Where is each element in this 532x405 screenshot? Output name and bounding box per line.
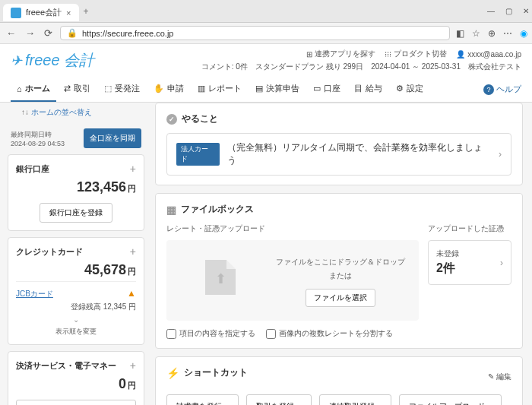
todo-title: やること	[182, 112, 218, 125]
browser-tab-bar: freee会計 × + — ▢ ✕	[0, 0, 532, 23]
select-file-button[interactable]: ファイルを選択	[306, 289, 375, 307]
hand-icon: ✋	[154, 84, 164, 93]
upload-file-icon: ⬆	[205, 260, 236, 295]
check-icon: ✓	[166, 114, 177, 125]
filebox-subtitle: レシート・証憑アップロード	[166, 223, 419, 234]
browser-address-bar: ← → ⟳ 🔒 https://secure.freee.co.jp ◧ ☆ ⊕…	[0, 23, 532, 44]
todo-banner[interactable]: 法人カード （完全無料）リアルタイム同期で、会計業務を効率化しましょう ›	[166, 133, 511, 176]
banner-badge: 法人カード	[176, 143, 220, 166]
unregistered-count: 2件	[436, 261, 459, 277]
drag-text: ファイルをここにドラッグ＆ドロップ	[276, 257, 405, 267]
bank-amount: 123,456	[77, 179, 126, 195]
nav-tax[interactable]: ▤決算申告	[249, 77, 306, 102]
emoney-amount: 0	[119, 376, 126, 391]
uploaded-title: アップロードした証憑	[428, 223, 511, 234]
banner-text: （完全無料）リアルタイム同期で、会計業務を効率化しましょう	[227, 141, 491, 167]
money-icon: 目	[354, 83, 363, 94]
shortcut-continuous[interactable]: 連続取引登録 ›	[319, 394, 391, 405]
credit-card-card: クレジットカード + 45,678円 JCBカード ▲ 登録残高 12,345 …	[8, 237, 144, 345]
filebox-title: ファイルボックス	[181, 203, 254, 216]
expand-icon[interactable]: ⌄	[16, 315, 136, 324]
bank-register-button[interactable]: 銀行口座を登録	[40, 203, 112, 223]
breadcrumb-link[interactable]: ホームの並べ替え	[31, 108, 92, 116]
swap-icon: ⇄	[64, 84, 71, 93]
filebox-panel: ▦ファイルボックス レシート・証憑アップロード ⬆ ファイルをここにドラッグ＆ド…	[155, 193, 523, 349]
shortcut-invoice[interactable]: 請求書を発行 ›	[166, 394, 239, 405]
tab-title: freee会計	[26, 7, 62, 18]
cc-amount: 45,678	[84, 262, 126, 277]
sync-all-button[interactable]: 全口座を同期	[84, 128, 141, 148]
shortcuts-title: ショートカット	[184, 366, 248, 379]
favorites-icon[interactable]: ☆	[472, 28, 480, 39]
nav-transactions[interactable]: ⇄取引	[58, 77, 97, 102]
shortcut-transaction[interactable]: 取引を登録 ›	[246, 394, 311, 405]
status-text: コメント: 0件 スタンダードプラン 残り 299日 2024-04-01 ～ …	[201, 62, 521, 72]
shortcut-icon: ⚡	[166, 367, 179, 379]
sort-icon: ↑↓	[21, 108, 29, 116]
nav-refresh-icon[interactable]: ⟳	[43, 27, 54, 39]
cc-sub-balance: 12,345	[103, 302, 127, 311]
emoney-card: 決済サービス・電子マネー + 0円 決済サービス・電子マネーを登録	[8, 351, 144, 405]
todo-panel: ✓やること 法人カード （完全無料）リアルタイム同期で、会計業務を効率化しましょ…	[155, 103, 523, 185]
tab-close-icon[interactable]: ×	[66, 8, 71, 17]
cc-sub-link[interactable]: JCBカード	[16, 290, 53, 298]
shortcuts-panel: ⚡ショートカット ✎ 編集 請求書を発行 › 取引を登録 › 連続取引登録 › …	[155, 356, 523, 405]
user-link[interactable]: 👤xxxx@aaa.co.jp	[456, 50, 521, 59]
nav-orders[interactable]: ⬚受発注	[98, 77, 146, 102]
bank-card: 銀行口座 + 123,456円 銀行口座を登録	[8, 154, 144, 231]
cc-add-icon[interactable]: +	[130, 245, 136, 258]
profile-icon[interactable]: ◉	[520, 28, 527, 39]
help-icon: ?	[483, 84, 494, 95]
gear-icon: ⚙	[396, 84, 404, 93]
nav-requests[interactable]: ✋申請	[147, 77, 190, 102]
change-order-link[interactable]: 表示順を変更	[16, 327, 136, 337]
product-switch-link[interactable]: ⁝⁝⁝プロダクト切替	[385, 49, 447, 59]
extension-icon[interactable]: ◧	[456, 28, 464, 39]
window-maximize-icon[interactable]: ▢	[505, 7, 512, 15]
or-text: または	[276, 271, 405, 281]
doc-icon: ▤	[255, 84, 263, 93]
tab-favicon	[11, 8, 21, 18]
new-tab-button[interactable]: +	[84, 6, 89, 17]
home-icon: ⌂	[17, 84, 22, 93]
nav-payroll[interactable]: 目給与	[348, 77, 388, 102]
inbox-icon: ⬚	[104, 84, 112, 93]
uploaded-box[interactable]: 未登録 2件 ›	[428, 240, 511, 285]
nav-home[interactable]: ⌂ホーム	[11, 77, 56, 102]
sidebar: ↑↓ ホームの並べ替え 最終同期日時 2024-08-29 04:53 全口座を…	[0, 103, 152, 405]
warning-icon: ▲	[127, 288, 136, 299]
window-minimize-icon[interactable]: —	[487, 7, 495, 15]
nav-accounts[interactable]: ▭口座	[307, 77, 347, 102]
nav-settings[interactable]: ⚙設定	[390, 77, 429, 102]
nav-back-icon[interactable]: ←	[5, 27, 17, 39]
grid-icon: ⁝⁝⁝	[385, 50, 391, 59]
upload-dropzone[interactable]: ⬆ ファイルをここにドラッグ＆ドロップ または ファイルを選択	[166, 240, 419, 321]
emoney-add-icon[interactable]: +	[130, 359, 136, 372]
url-text: https://secure.freee.co.jp	[82, 29, 173, 38]
chart-icon: ▥	[198, 84, 205, 93]
logo[interactable]: ✈ freee 会計	[11, 50, 94, 71]
apps-icon: ⊞	[306, 50, 312, 59]
collections-icon[interactable]: ⊕	[488, 28, 496, 39]
bank-title: 銀行口座	[16, 163, 49, 175]
emoney-title: 決済サービス・電子マネー	[16, 360, 116, 372]
apps-link[interactable]: ⊞連携アプリを探す	[306, 49, 375, 59]
main-nav: ⌂ホーム ⇄取引 ⬚受発注 ✋申請 ▥レポート ▤決算申告 ▭口座 目給与 ⚙設…	[0, 77, 532, 103]
browser-tab[interactable]: freee会計 ×	[3, 4, 79, 21]
nav-reports[interactable]: ▥レポート	[192, 77, 248, 102]
app-header: ✈ freee 会計 ⊞連携アプリを探す ⁝⁝⁝プロダクト切替 👤xxxx@aa…	[0, 44, 532, 77]
window-close-icon[interactable]: ✕	[523, 7, 529, 15]
edit-shortcuts-link[interactable]: ✎ 編集	[488, 372, 511, 382]
chevron-right-icon: ›	[500, 258, 503, 268]
help-link[interactable]: ? ヘルプ	[483, 84, 521, 95]
cc-title: クレジットカード	[16, 246, 83, 258]
check-specify[interactable]: 項目の内容を指定する	[166, 328, 255, 339]
sync-label: 最終同期日時	[11, 130, 65, 140]
menu-icon[interactable]: ⋯	[503, 28, 512, 39]
shortcut-upload[interactable]: ファイルアップロード ›	[399, 394, 502, 405]
nav-forward-icon[interactable]: →	[24, 27, 36, 39]
url-input[interactable]: 🔒 https://secure.freee.co.jp	[60, 26, 450, 40]
emoney-register-button[interactable]: 決済サービス・電子マネーを登録	[16, 400, 136, 405]
bank-add-icon[interactable]: +	[130, 163, 136, 175]
check-split[interactable]: 画像内の複数レシートを分割する	[266, 328, 393, 339]
